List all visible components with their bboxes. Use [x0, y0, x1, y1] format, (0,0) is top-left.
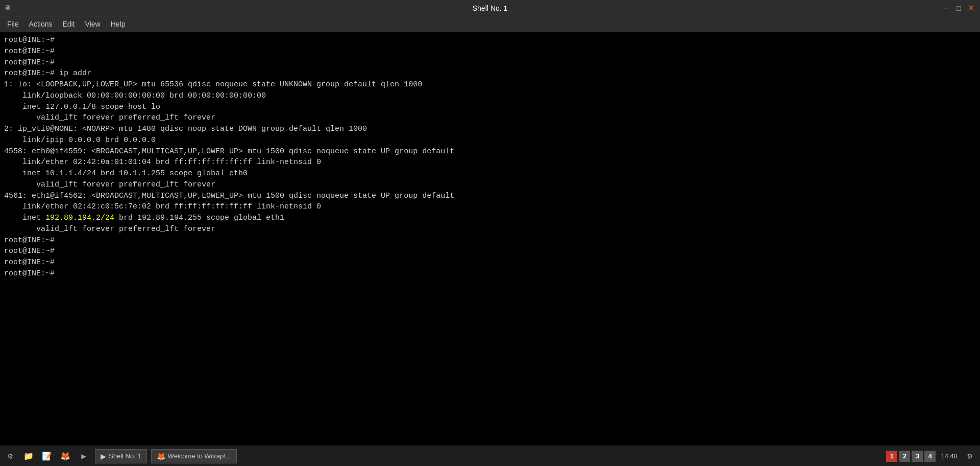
- terminal-line: 2: ip_vti0@NONE: <NOARP> mtu 1480 qdisc …: [4, 124, 976, 135]
- terminal-line: valid_lft forever preferred_lft forever: [4, 112, 976, 124]
- taskbar-settings-icon[interactable]: ⚙: [963, 449, 977, 463]
- terminal-line: root@INE:~#: [4, 35, 976, 46]
- shell-taskbar-button[interactable]: ▶ Shell No. 1: [95, 449, 147, 463]
- browser-icon[interactable]: 🦊: [58, 449, 72, 463]
- close-button[interactable]: ✕: [966, 3, 976, 13]
- terminal-line: link/ipip 0.0.0.0 brd 0.0.0.0: [4, 135, 976, 146]
- menubar: FileActionsEditViewHelp: [0, 16, 980, 32]
- window-title: Shell No. 1: [473, 4, 507, 12]
- menu-item-help[interactable]: Help: [106, 18, 131, 30]
- terminal-line: 4561: eth1@if4562: <BROADCAST,MULTICAST,…: [4, 191, 976, 202]
- welcome-taskbar-label: Welcome to Witrap!...: [168, 452, 231, 460]
- highlight-ip: 192.89.194.2/24: [45, 214, 114, 222]
- maximize-button[interactable]: □: [953, 3, 964, 13]
- terminal-line: root@INE:~#: [4, 268, 976, 279]
- terminal-line: root@INE:~#: [4, 57, 976, 68]
- welcome-taskbar-button[interactable]: 🦊 Welcome to Witrap!...: [151, 449, 237, 463]
- menu-item-actions[interactable]: Actions: [24, 18, 58, 30]
- workspace-2[interactable]: 2: [899, 451, 910, 462]
- terminal-line: valid_lft forever preferred_lft forever: [4, 224, 976, 235]
- menu-item-view[interactable]: View: [80, 18, 106, 30]
- menu-item-edit[interactable]: Edit: [57, 18, 80, 30]
- terminal-icon[interactable]: ▶: [77, 449, 91, 463]
- workspace-switcher: 1234: [886, 451, 936, 462]
- workspace-3[interactable]: 3: [912, 451, 923, 462]
- shell-taskbar-label: Shell No. 1: [109, 452, 141, 460]
- minimize-button[interactable]: –: [941, 3, 951, 13]
- terminal-line: inet 192.89.194.2/24 brd 192.89.194.255 …: [4, 213, 976, 224]
- terminal-output[interactable]: root@INE:~#root@INE:~#root@INE:~#root@IN…: [0, 32, 980, 446]
- terminal-line: root@INE:~#: [4, 46, 976, 57]
- terminal-line: 1: lo: <LOOPBACK,UP,LOWER_UP> mtu 65536 …: [4, 79, 976, 90]
- titlebar: 🖥 Shell No. 1 – □ ✕: [0, 0, 980, 16]
- shell-taskbar-icon: ▶: [101, 452, 106, 460]
- terminal-line: root@INE:~# ip addr: [4, 68, 976, 79]
- menu-item-file[interactable]: File: [2, 18, 24, 30]
- taskbar-right: 1234 14:48 ⚙: [886, 449, 977, 463]
- terminal-icon: 🖥: [4, 4, 11, 12]
- file-manager-icon[interactable]: 📁: [21, 449, 36, 463]
- terminal-line: link/ether 02:42:0a:01:01:04 brd ff:ff:f…: [4, 157, 976, 168]
- workspace-4[interactable]: 4: [924, 451, 936, 462]
- clock: 14:48: [939, 452, 960, 460]
- terminal-line: valid_lft forever preferred_lft forever: [4, 179, 976, 191]
- terminal-line: root@INE:~#: [4, 235, 976, 246]
- taskbar: ⚙ 📁 📝 🦊 ▶ ▶ Shell No. 1 🦊 Welcome to Wit…: [0, 446, 980, 466]
- terminal-line: inet 10.1.1.4/24 brd 10.1.1.255 scope gl…: [4, 168, 976, 179]
- terminal-line: link/ether 02:42:c0:5c:7e:02 brd ff:ff:f…: [4, 201, 976, 213]
- welcome-taskbar-icon: 🦊: [157, 452, 165, 460]
- terminal-line: 4558: eth0@if4559: <BROADCAST,MULTICAST,…: [4, 146, 976, 157]
- system-icon[interactable]: ⚙: [3, 449, 17, 463]
- terminal-line: inet 127.0.0.1/8 scope host lo: [4, 102, 976, 113]
- terminal-line: root@INE:~#: [4, 246, 976, 257]
- text-editor-icon[interactable]: 📝: [40, 449, 54, 463]
- workspace-1[interactable]: 1: [886, 451, 897, 462]
- terminal-line: root@INE:~#: [4, 257, 976, 268]
- window-controls: – □ ✕: [941, 0, 976, 16]
- terminal-line: link/loopback 00:00:00:00:00:00 brd 00:0…: [4, 90, 976, 102]
